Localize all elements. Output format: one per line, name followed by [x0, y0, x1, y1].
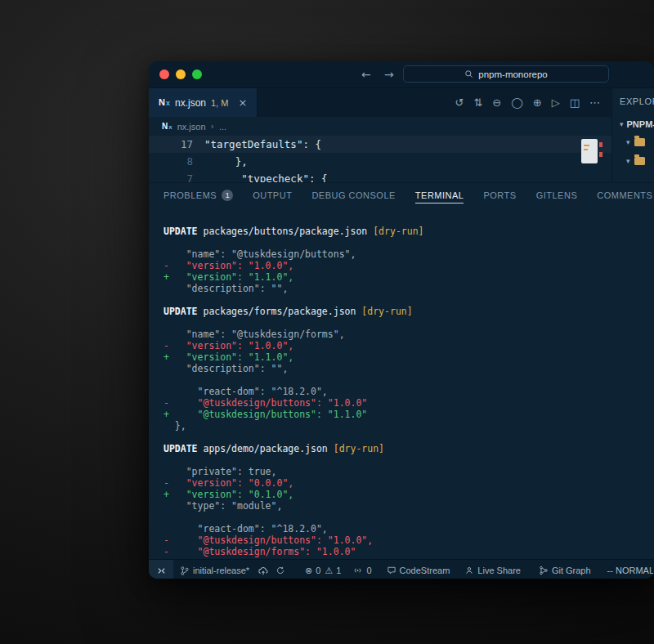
editor-tab-bar: Nx nx.json 1, M × ↺⇅⊖◯⊕▷◫⋯ — [149, 88, 611, 117]
codestream-icon — [387, 566, 396, 575]
git-compare-icon[interactable]: ⇅ — [473, 97, 482, 108]
command-center-search[interactable]: pnpm-monorepo — [403, 65, 609, 83]
tab-decoration: 1, M — [211, 98, 228, 108]
breadcrumb-file[interactable]: nx.json — [177, 122, 206, 132]
folder-icon — [634, 138, 645, 146]
panel-tab-terminal[interactable]: TERMINAL — [415, 183, 464, 208]
next-change-icon[interactable]: ⊕ — [533, 97, 542, 108]
status-label: -- NORMAL -- — [607, 566, 654, 575]
timeline-icon[interactable]: ↺ — [455, 97, 464, 108]
terminal-line: "private": true, — [164, 466, 654, 477]
problems-count-badge: 1 — [222, 190, 233, 201]
nx-file-icon: Nx — [159, 98, 170, 107]
panel-tab-label: PROBLEMS — [164, 190, 217, 200]
diff-file-path: apps/demo/package.json — [198, 443, 334, 454]
sidebar-folder-row[interactable]: ▾ — [620, 155, 654, 167]
status-error[interactable]: ⊗0 — [305, 566, 320, 575]
terminal-line — [164, 317, 654, 329]
nx-letter-x: x — [168, 124, 172, 131]
close-window-button[interactable] — [159, 69, 169, 79]
terminal-line: UPDATE packages/buttons/package.json [dr… — [164, 226, 654, 237]
code-text: "typecheck": { — [193, 170, 328, 182]
window-controls — [159, 69, 202, 79]
editor-column: Nx nx.json 1, M × ↺⇅⊖◯⊕▷◫⋯ Nx nx.json › … — [149, 88, 611, 182]
terminal-line — [164, 374, 654, 386]
code-line: 7 "typecheck": { — [149, 170, 611, 182]
zoom-window-button[interactable] — [192, 69, 202, 79]
status-warning[interactable]: ⚠1 — [325, 566, 341, 575]
run-icon[interactable]: ▷ — [552, 97, 560, 108]
status-git-branch[interactable]: initial-release* — [180, 566, 249, 576]
panel-tab-ports[interactable]: PORTS — [483, 183, 516, 208]
dry-run-tag: [dry-run] — [361, 306, 412, 317]
terminal-line: - "version": "1.0.0", — [164, 340, 654, 351]
navigate-forward-icon[interactable]: → — [384, 67, 394, 82]
terminal-line: - "@tuskdesign/buttons": "1.0.0", — [164, 534, 654, 546]
close-tab-icon[interactable]: × — [238, 96, 247, 109]
line-number: 8 — [149, 153, 193, 170]
minimap-warning-mark — [584, 145, 589, 146]
minimize-window-button[interactable] — [176, 69, 186, 79]
panel-tab-gitlens[interactable]: GITLENS — [536, 183, 578, 208]
previous-change-icon[interactable]: ⊖ — [492, 97, 501, 108]
status-git-graph[interactable]: Git Graph — [539, 566, 591, 575]
liveshare-icon — [464, 566, 474, 575]
status-codestream[interactable]: CodeStream — [387, 566, 450, 575]
chevron-down-icon: ▾ — [626, 138, 630, 146]
diff-file-path: packages/buttons/package.json — [198, 226, 374, 237]
sync-icon — [275, 566, 285, 575]
breadcrumb-more[interactable]: ... — [219, 122, 226, 132]
chevron-down-icon: ▾ — [620, 120, 624, 128]
nx-letter: N — [162, 123, 168, 131]
panel-tab-comments[interactable]: COMMENTS — [597, 183, 652, 208]
search-value: pnpm-monorepo — [478, 69, 547, 79]
panel-tab-bar: PROBLEMS1OUTPUTDEBUG CONSOLETERMINALPORT… — [149, 183, 654, 208]
code-text: "targetDefaults": { — [193, 136, 321, 153]
panel-tab-debug-console[interactable]: DEBUG CONSOLE — [311, 183, 395, 208]
status-sync[interactable] — [275, 566, 285, 575]
breadcrumb[interactable]: Nx nx.json › ... — [149, 117, 611, 136]
status-label: CodeStream — [400, 566, 450, 575]
terminal-line: - "version": "0.0.0", — [164, 477, 654, 489]
chevron-down-icon: ▾ — [626, 157, 630, 165]
overview-ruler-error-mark — [599, 142, 602, 147]
status-liveshare[interactable]: Live Share — [464, 566, 521, 575]
open-changes-icon[interactable]: ◯ — [511, 97, 523, 108]
status-label: Git Graph — [552, 566, 591, 575]
editor-code-area[interactable]: 17"targetDefaults": {8 },7 "typecheck": … — [149, 136, 611, 182]
panel-tab-output[interactable]: OUTPUT — [253, 183, 292, 208]
panel-tab-problems[interactable]: PROBLEMS1 — [164, 183, 233, 208]
search-icon — [464, 69, 473, 78]
split-editor-icon[interactable]: ◫ — [570, 97, 580, 108]
status-label: 0 — [316, 566, 320, 575]
status-label: 0 — [366, 566, 371, 575]
panel-tab-label: PORTS — [483, 190, 516, 200]
terminal-line: + "version": "1.1.0", — [164, 351, 654, 363]
line-number: 17 — [149, 136, 193, 153]
dry-run-tag: [dry-run] — [373, 226, 423, 237]
status-broadcast[interactable]: 0 — [352, 566, 371, 575]
terminal-line: "description": "", — [164, 283, 654, 294]
terminal-line — [164, 454, 654, 466]
explorer-root-label: PNPM-MONOREPO — [627, 119, 654, 129]
terminal-line: + "version": "1.1.0", — [164, 271, 654, 283]
status-bar: initial-release*⊗0⚠10CodeStreamLive Shar… — [149, 559, 654, 579]
terminal-line: "react-dom": "^18.2.0", — [164, 523, 654, 534]
minimap[interactable] — [581, 139, 598, 163]
navigate-back-icon[interactable]: ← — [361, 67, 371, 82]
status-cloud-upload[interactable] — [258, 566, 269, 575]
folder-icon — [634, 157, 645, 165]
terminal-line — [164, 512, 654, 523]
terminal-output[interactable]: UPDATE packages/buttons/package.json [dr… — [149, 208, 654, 559]
tab-nx-json[interactable]: Nx nx.json 1, M × — [149, 88, 258, 117]
explorer-root-folder[interactable]: ▾ PNPM-MONOREPO — [620, 119, 654, 129]
panel-tab-label: DEBUG CONSOLE — [311, 190, 395, 200]
terminal-line — [164, 237, 654, 248]
status-vim-mode[interactable]: -- NORMAL -- — [607, 566, 654, 575]
titlebar[interactable]: ← → pnpm-monorepo — [149, 61, 654, 88]
sidebar-folder-row[interactable]: ▾ — [620, 136, 654, 148]
breadcrumb-separator-icon: › — [211, 121, 214, 132]
more-actions-icon[interactable]: ⋯ — [589, 97, 600, 108]
remote-indicator[interactable] — [149, 560, 173, 579]
diff-file-path: packages/forms/package.json — [198, 306, 362, 317]
